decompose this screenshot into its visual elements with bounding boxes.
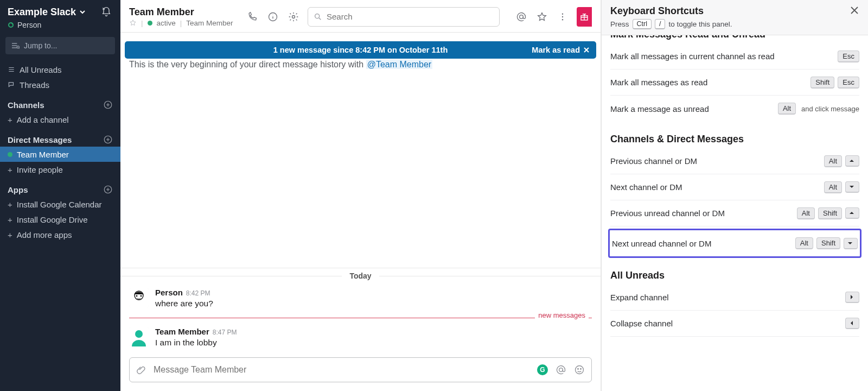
section-header: Channels & Direct Messages: [610, 134, 859, 145]
message-composer[interactable]: G: [129, 357, 592, 382]
app-item[interactable]: +Install Google Calendar: [0, 197, 120, 212]
arrow-down-icon: [844, 238, 858, 249]
message-body: where are you?: [155, 299, 213, 308]
mark-as-read-button[interactable]: Mark as read: [532, 46, 590, 54]
conversation-header: Team Member | active | Team Member: [120, 0, 601, 33]
notifications-icon[interactable]: [100, 5, 113, 18]
shortcut-label: Mark a message as unread: [610, 104, 709, 113]
svg-point-10: [562, 16, 563, 17]
shortcut-row: Next unread channel or DM AltShift: [612, 230, 858, 256]
search-box[interactable]: [308, 7, 500, 27]
kbd-slash: /: [655, 19, 665, 29]
conversation-subtitle: Team Member: [186, 19, 233, 27]
add-app-icon[interactable]: [103, 185, 113, 194]
add-channel-icon[interactable]: [103, 100, 113, 110]
apps-header: Apps: [0, 177, 120, 197]
app-item-label: Add more apps: [17, 230, 72, 239]
date-divider: Today: [120, 268, 601, 283]
arrow-left-icon: [845, 318, 859, 329]
info-icon[interactable]: [266, 10, 279, 23]
gear-icon[interactable]: [287, 10, 300, 23]
invite-people-label: Invite people: [17, 165, 63, 174]
nav-all-unreads[interactable]: All Unreads: [0, 62, 120, 77]
avatar[interactable]: [129, 327, 149, 346]
at-mention-icon[interactable]: [556, 364, 566, 375]
svg-point-18: [135, 330, 143, 338]
message-time: 8:47 PM: [213, 329, 237, 336]
new-messages-label: new messages: [535, 311, 589, 319]
app-item[interactable]: +Add more apps: [0, 227, 120, 242]
conversation-title: Team Member: [129, 7, 233, 18]
emoji-icon[interactable]: [574, 364, 585, 375]
attachment-icon[interactable]: [136, 365, 146, 375]
shortcut-aux: and click message: [801, 105, 859, 113]
current-user[interactable]: Person: [0, 21, 120, 35]
nav-threads-label: Threads: [20, 80, 49, 90]
main: Team Member | active | Team Member: [120, 0, 601, 391]
chevron-down-icon: [79, 9, 86, 15]
workspace-switcher[interactable]: Example Slack: [8, 7, 86, 18]
unread-banner-text: 1 new message since 8:42 PM on October 1…: [273, 46, 448, 54]
svg-point-6: [292, 15, 295, 18]
invite-people[interactable]: + Invite people: [0, 162, 120, 177]
gift-icon[interactable]: [577, 7, 592, 27]
shortcut-row: Previous unread channel or DM AltShift: [610, 200, 859, 226]
highlighted-shortcut: Next unread channel or DM AltShift: [608, 229, 861, 258]
shortcut-row: Expand channel: [610, 285, 859, 311]
mentions-icon[interactable]: [515, 10, 528, 23]
kbd-shift: Shift: [818, 207, 842, 219]
svg-point-9: [562, 13, 563, 14]
grammarly-icon[interactable]: G: [537, 364, 548, 375]
close-panel-icon[interactable]: [850, 5, 859, 15]
search-input[interactable]: [327, 12, 494, 21]
shortcut-label: Next unread channel or DM: [612, 239, 711, 248]
shortcut-label: Mark all messages in current channel as …: [610, 52, 775, 61]
list-icon: [8, 66, 15, 73]
dm-item[interactable]: Team Member: [0, 147, 120, 162]
svg-point-16: [141, 295, 142, 297]
mark-as-read-label: Mark as read: [532, 46, 580, 54]
plus-icon: +: [8, 230, 12, 239]
dm-item-label: Team Member: [17, 150, 69, 159]
jump-to[interactable]: Jump to...: [5, 37, 115, 54]
sidebar: Example Slack Person Jump to... All Unre…: [0, 0, 120, 391]
shortcut-label: Mark all messages as read: [610, 78, 707, 87]
star-icon[interactable]: [129, 19, 137, 27]
arrow-right-icon: [845, 292, 859, 303]
app-item[interactable]: +Install Google Drive: [0, 212, 120, 227]
shortcut-label: Previous channel or DM: [610, 156, 697, 166]
add-channel[interactable]: + Add a channel: [0, 112, 120, 127]
shortcut-row: Mark all messages as read ShiftEsc: [610, 70, 859, 96]
svg-point-19: [559, 368, 563, 372]
message-author[interactable]: Team Member: [155, 327, 209, 336]
presence-active-icon: [148, 21, 152, 26]
plus-icon: +: [8, 115, 12, 124]
shortcut-label: Previous unread channel or DM: [610, 209, 725, 218]
kbd-ctrl: Ctrl: [633, 19, 652, 29]
message-row: Person8:42 PM where are you?: [120, 283, 601, 313]
kbd-alt: Alt: [778, 103, 796, 115]
message-author[interactable]: Person: [155, 288, 183, 297]
apps-header-label: Apps: [8, 185, 28, 194]
shortcut-row: Previous channel or DM Alt: [610, 148, 859, 174]
call-icon[interactable]: [246, 10, 259, 23]
message-row: Team Member8:47 PM I am in the lobby: [120, 323, 601, 352]
shortcut-row: Mark a message as unread Altand click me…: [610, 96, 859, 122]
dm-intro: This is the very beginning of your direc…: [120, 59, 601, 70]
nav-threads[interactable]: Threads: [0, 77, 120, 92]
dms-header: Direct Messages: [0, 127, 120, 147]
new-dm-icon[interactable]: [103, 135, 113, 144]
nav-all-unreads-label: All Unreads: [20, 65, 62, 74]
panel-scroll[interactable]: Mark Messages Read and Unread Mark all m…: [602, 35, 868, 391]
arrow-up-icon: [845, 207, 859, 219]
kbd-alt: Alt: [795, 237, 813, 249]
unread-banner: 1 new message since 8:42 PM on October 1…: [125, 41, 596, 59]
arrow-down-icon: [845, 181, 859, 193]
dm-intro-mention[interactable]: @Team Member: [366, 60, 433, 69]
bookmark-star-icon[interactable]: [535, 10, 548, 23]
avatar[interactable]: [129, 288, 149, 307]
composer-input[interactable]: [154, 365, 537, 375]
kbd-alt: Alt: [824, 155, 842, 167]
shortcut-label: Next channel or DM: [610, 182, 682, 192]
more-vert-icon[interactable]: [556, 10, 569, 23]
